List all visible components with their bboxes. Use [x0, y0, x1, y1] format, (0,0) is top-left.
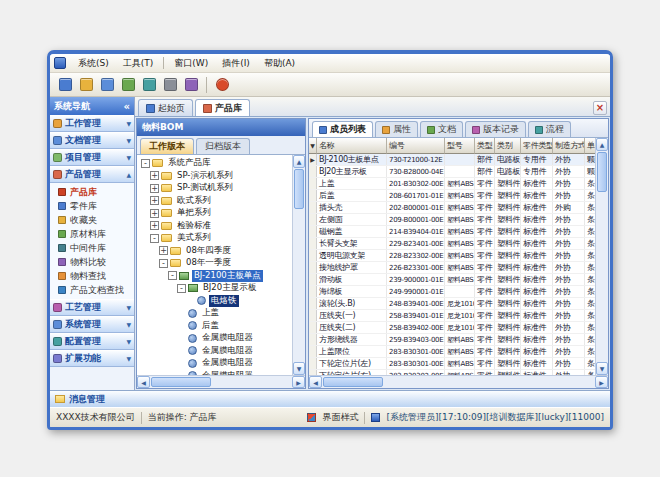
expand-toggle-icon[interactable]: -	[150, 234, 159, 243]
tree-node[interactable]: 后盖	[137, 320, 292, 333]
tree-node[interactable]: -BJ-2100主板单点	[137, 270, 292, 283]
theme-icon[interactable]	[307, 413, 316, 422]
table-row[interactable]: 磁钢盖214-B39404-01E塑料ABS零件塑料件标准件外协条	[309, 226, 595, 238]
tree-node[interactable]: 金属膜电阻器	[137, 345, 292, 358]
detail-tab[interactable]: 文档	[420, 121, 463, 137]
scroll-up-icon[interactable]: ▲	[293, 155, 305, 168]
save-icon[interactable]	[98, 76, 116, 94]
scroll-right-icon[interactable]: ▶	[292, 376, 305, 388]
tree-node[interactable]: 电烙铁	[137, 295, 292, 308]
expand-toggle-icon[interactable]: +	[150, 209, 159, 218]
menu-item-1[interactable]: 工具(T)	[116, 55, 161, 72]
sidebar-item[interactable]: 产品文档查找	[50, 283, 134, 297]
close-tab-button[interactable]: ×	[593, 101, 607, 115]
sidebar-section-0[interactable]: 工作管理▼	[50, 115, 134, 132]
scroll-thumb[interactable]	[323, 377, 383, 387]
sidebar-section-2[interactable]: 项目管理▼	[50, 149, 134, 166]
expand-toggle-icon[interactable]: -	[168, 271, 177, 280]
table-row[interactable]: 插头壳202-B00001-01E塑料ABS零件塑料件标准件外购条	[309, 202, 595, 214]
scroll-thumb[interactable]	[294, 169, 304, 209]
version-tab[interactable]: 工作版本	[140, 138, 194, 154]
column-header-5[interactable]: 零件类型	[521, 138, 553, 154]
scroll-right-icon[interactable]: ▶	[595, 376, 608, 388]
expand-toggle-icon[interactable]: +	[150, 184, 159, 193]
table-row[interactable]: 后盖208-601701-01E塑料ABS零件塑料件标准件外协条	[309, 190, 595, 202]
tree-node[interactable]: -美式系列	[137, 232, 292, 245]
table-row[interactable]: 上盖201-B30302-00E塑料ABS零件塑料件标准件外协条	[309, 178, 595, 190]
tree-node[interactable]: +欧式系列	[137, 195, 292, 208]
column-header-3[interactable]: 类型	[475, 138, 495, 154]
tree-node[interactable]: -BJ20主显示板	[137, 282, 292, 295]
menu-item-0[interactable]: 系统(S)	[71, 55, 116, 72]
message-panel-bar[interactable]: 消息管理	[50, 390, 610, 407]
style-label[interactable]: 界面样式	[322, 411, 358, 424]
sidebar-section-5[interactable]: 系统管理▼	[50, 316, 134, 333]
row-gutter-header[interactable]: ▼	[309, 138, 317, 154]
tree-node[interactable]: +08年四季度	[137, 245, 292, 258]
column-header-7[interactable]: 单位	[585, 138, 595, 154]
column-header-1[interactable]: 编号	[387, 138, 445, 154]
table-row[interactable]: ▶BJ-2100主板单点730-T21000-12E部件电路板专用件外协颗	[309, 154, 595, 166]
bom-vertical-scrollbar[interactable]: ▲ ▼	[292, 155, 305, 375]
column-header-2[interactable]: 型号	[445, 138, 475, 154]
table-row[interactable]: 滚轮(头.B)248-B39401-00E尼龙1010零件塑料件标准件外协条	[309, 298, 595, 310]
expand-toggle-icon[interactable]: +	[150, 196, 159, 205]
detail-tab[interactable]: 属性	[375, 121, 418, 137]
tree-node[interactable]: 金属膜电阻器	[137, 357, 292, 370]
table-row[interactable]: 压线夹(一)258-B39401-01E尼龙1010零件塑料件标准件外协条	[309, 310, 595, 322]
open-folder-icon[interactable]	[77, 76, 95, 94]
menu-item-3[interactable]: 插件(I)	[215, 55, 257, 72]
sidebar-header[interactable]: 系统导航 «	[50, 97, 134, 115]
table-horizontal-scrollbar[interactable]: ◀ ▶	[309, 375, 608, 388]
sidebar-section-3[interactable]: 产品管理▲	[50, 166, 134, 183]
tree-node[interactable]: +单把系列	[137, 207, 292, 220]
table-row[interactable]: 方形绕线器259-B39403-00E塑料ABS零件塑料件标准件外协条	[309, 334, 595, 346]
page-tab[interactable]: 产品库	[195, 99, 250, 116]
table-vertical-scrollbar[interactable]: ▲ ▼	[595, 138, 608, 375]
table-row[interactable]: 透明电源支架228-B23302-00E塑料ABS零件塑料件标准件外协条	[309, 250, 595, 262]
tree-node[interactable]: 金属膜电阻器	[137, 332, 292, 345]
tree-node[interactable]: -系统产品库	[137, 157, 292, 170]
collapse-icon[interactable]: «	[124, 101, 130, 112]
sidebar-item[interactable]: 产品库	[50, 185, 134, 199]
table-row[interactable]: 左侧面209-B00001-00E塑料ABS零件塑料件标准件外协条	[309, 214, 595, 226]
sidebar-item[interactable]: 收藏夹	[50, 213, 134, 227]
table-row[interactable]: 滑动板239-900001-01E塑料ABS零件塑料件标准件外协条	[309, 274, 595, 286]
tree-node[interactable]: +检验标准	[137, 220, 292, 233]
scroll-down-icon[interactable]: ▼	[596, 362, 608, 375]
column-header-0[interactable]: 名称	[317, 138, 387, 154]
column-header-6[interactable]: 制造方式	[553, 138, 585, 154]
scroll-up-icon[interactable]: ▲	[596, 138, 608, 151]
detail-tab[interactable]: 成员列表	[312, 121, 373, 137]
print-icon[interactable]	[161, 76, 179, 94]
exit-icon[interactable]	[213, 76, 231, 94]
menu-item-2[interactable]: 窗口(W)	[167, 55, 215, 72]
sidebar-section-7[interactable]: 扩展功能▼	[50, 350, 134, 367]
table-row[interactable]: 上盖限位283-B30301-00E塑料ABS零件塑料件标准件外协条	[309, 346, 595, 358]
sidebar-section-4[interactable]: 工艺管理▼	[50, 299, 134, 316]
expand-toggle-icon[interactable]: -	[159, 259, 168, 268]
scroll-left-icon[interactable]: ◀	[309, 376, 322, 388]
detail-tab[interactable]: 流程	[528, 121, 571, 137]
tree-node[interactable]: 上盖	[137, 307, 292, 320]
expand-toggle-icon[interactable]: +	[159, 246, 168, 255]
bom-horizontal-scrollbar[interactable]: ◀ ▶	[137, 375, 305, 388]
expand-toggle-icon[interactable]: -	[177, 284, 186, 293]
table-row[interactable]: 压线夹(二)258-B39402-00E尼龙1010零件塑料件标准件外协条	[309, 322, 595, 334]
expand-toggle-icon[interactable]: +	[150, 171, 159, 180]
table-row[interactable]: 接地线护罩226-B23301-00E塑料ABS零件塑料件标准件外协条	[309, 262, 595, 274]
tree-node[interactable]: -08年一季度	[137, 257, 292, 270]
expand-toggle-icon[interactable]: +	[150, 221, 159, 230]
column-header-4[interactable]: 类别	[495, 138, 521, 154]
sidebar-item[interactable]: 物料查找	[50, 269, 134, 283]
menu-item-4[interactable]: 帮助(A)	[257, 55, 302, 72]
table-row[interactable]: 海绵板249-990001-01E零件塑料件标准件外协条	[309, 286, 595, 298]
page-tab[interactable]: 起始页	[138, 99, 193, 116]
table-row[interactable]: 下轮定位片(左)283-B30301-00E塑料ABS零件塑料件标准件外协条	[309, 358, 595, 370]
scroll-down-icon[interactable]: ▼	[293, 362, 305, 375]
sidebar-item[interactable]: 零件库	[50, 199, 134, 213]
version-tab[interactable]: 归档版本	[196, 138, 250, 154]
sidebar-section-1[interactable]: 文档管理▼	[50, 132, 134, 149]
scroll-thumb[interactable]	[597, 152, 607, 192]
detail-tab[interactable]: 版本记录	[465, 121, 526, 137]
